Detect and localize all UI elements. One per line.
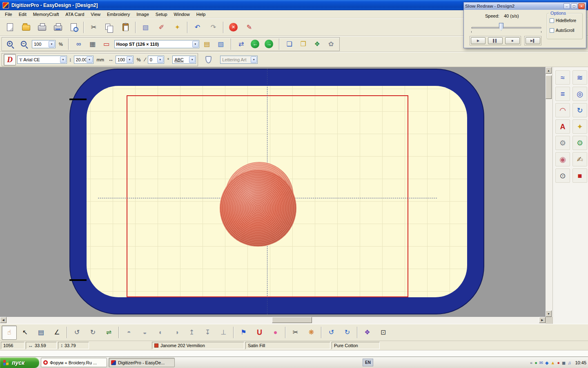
stitched-circle-object[interactable] [220, 170, 296, 247]
vertical-scrollbar[interactable]: ▲ ▼ [546, 67, 552, 317]
show-grid-button[interactable]: ▦ [86, 38, 99, 50]
width-select[interactable]: 100 ▼ [116, 56, 134, 64]
close-button[interactable]: ✕ [578, 3, 585, 9]
motif-stitch-button[interactable]: ◎ [572, 87, 587, 101]
dropdown-arrow-icon[interactable]: ▼ [60, 56, 66, 63]
new-design-button[interactable] [2, 20, 18, 34]
horizontal-scrollbar[interactable]: ◀ ▶ [0, 317, 546, 324]
menu-ata-card[interactable]: ATA Card [62, 11, 87, 18]
scroll-left-button[interactable]: ◀ [0, 317, 7, 323]
go-forward-button[interactable]: → [263, 38, 276, 50]
menu-file[interactable]: File [2, 11, 16, 18]
export-image-button[interactable]: ▧ [138, 20, 153, 34]
menu-view[interactable]: View [87, 11, 104, 18]
menu-embroidery[interactable]: Embroidery [104, 11, 133, 18]
open-design-button[interactable] [18, 20, 33, 34]
hoop-select[interactable]: Hoop ST (126 × 110) ▼ [114, 40, 199, 48]
pause-button[interactable]: ▌▌ [488, 37, 503, 44]
rotate-cw-button[interactable]: ↻ [85, 325, 100, 340]
eraser-button[interactable]: ✐ [154, 20, 169, 34]
menu-window[interactable]: Window [171, 11, 193, 18]
mirror-button[interactable]: ⇌ [101, 325, 116, 340]
rotate-right-45-button[interactable]: ↻ [340, 325, 355, 340]
machine-settings-button[interactable]: ✿ [325, 38, 338, 50]
bring-to-front-button[interactable]: ❐ [297, 38, 310, 50]
paste-button[interactable] [118, 20, 133, 34]
slow-redraw-titlebar[interactable]: Slow Redraw - Design2 – ▢ ✕ [464, 2, 586, 10]
film-strip-button[interactable]: ■ [572, 168, 587, 183]
design-info-button[interactable]: ▤ [33, 325, 49, 340]
rotate-left-45-button[interactable]: ↺ [324, 325, 339, 340]
horizontal-scroll-track[interactable] [7, 317, 539, 324]
slider-track[interactable] [471, 27, 541, 29]
design-properties-button[interactable]: ▤ [200, 38, 214, 50]
auto-scroll-checkbox[interactable] [550, 28, 554, 33]
zoom-out-button[interactable]: − [18, 38, 31, 50]
color-grid-button[interactable]: ❖ [360, 325, 375, 340]
menu-help[interactable]: Help [193, 11, 209, 18]
thread-color-button[interactable]: ● [268, 325, 283, 340]
monogram-shield-button[interactable] [202, 54, 214, 65]
menu-memorycraft[interactable]: MemoryCraft [30, 11, 62, 18]
magnet-button[interactable]: U [252, 325, 267, 340]
dropdown-arrow-icon[interactable]: ▼ [192, 41, 198, 47]
slow-redraw-button[interactable]: ✎ [242, 20, 257, 34]
select-tool-button[interactable]: ↖ [18, 325, 33, 340]
auto-digitize-button[interactable]: ⚙ [555, 136, 570, 150]
vertical-scroll-track[interactable] [546, 74, 552, 310]
minimize-button[interactable]: – [564, 3, 570, 9]
maximize-button[interactable]: ▢ [571, 3, 577, 9]
resequence-button[interactable]: ❖ [311, 38, 324, 50]
lettering-fx-button[interactable]: ✦ [572, 119, 587, 134]
speed-slider[interactable] [470, 22, 543, 33]
fabric-settings-button[interactable]: ⚙ [572, 136, 587, 150]
snapshot-button[interactable]: ⊙ [555, 168, 570, 183]
print-preview-button[interactable] [66, 20, 81, 34]
rotate-ccw-button[interactable]: ↺ [69, 325, 85, 340]
pin-tool-2-button[interactable]: ↧ [200, 325, 215, 340]
dropdown-arrow-icon[interactable]: ▼ [127, 56, 133, 63]
stitch-sequence-button[interactable]: ◠ [555, 103, 570, 117]
copy-button[interactable] [102, 20, 117, 34]
horizontal-scroll-thumb[interactable] [272, 317, 312, 323]
step-button[interactable]: ▶▌ [526, 37, 540, 44]
scroll-up-button[interactable]: ▲ [546, 67, 552, 74]
cut-button[interactable]: ✂ [86, 20, 101, 34]
show-hoop-button[interactable]: ▭ [100, 38, 113, 50]
send-to-back-button[interactable]: ❏ [283, 38, 296, 50]
reshape-button[interactable]: ↻ [572, 103, 587, 117]
background-picture-button[interactable]: ▧ [214, 38, 227, 50]
height-select[interactable]: 20.00 ▼ [74, 56, 94, 64]
print-options-button[interactable] [50, 20, 65, 34]
scroll-right-button[interactable]: ▶ [539, 317, 546, 323]
show-stitches-button[interactable]: ∞ [72, 38, 85, 50]
pin-tool-1-button[interactable]: ↥ [184, 325, 199, 340]
baseline-select[interactable]: ABC ▼ [172, 56, 196, 64]
magic-wand-button[interactable]: ✦ [170, 20, 185, 34]
free-rotate-button[interactable]: ⊡ [376, 325, 391, 340]
dropdown-arrow-icon[interactable]: ▼ [189, 56, 195, 63]
lettering-art-select[interactable]: Lettering Art ▼ [220, 56, 258, 64]
triple-stitch-button[interactable]: ≡ [555, 87, 570, 101]
tray-volume[interactable]: ♫ [568, 360, 571, 365]
task-browser-button[interactable]: Форум « Broidery.Ru ... [41, 358, 107, 367]
manual-stitch-button[interactable]: ✍ [572, 152, 587, 166]
slant-select[interactable]: 0 ▼ [148, 56, 164, 64]
font-select[interactable]: T Arial CE ▼ [17, 56, 67, 64]
language-indicator[interactable]: EN [363, 359, 373, 366]
tray-collapse-button[interactable]: « [530, 360, 532, 365]
effect-dome-1-button[interactable]: ◓ [121, 325, 136, 340]
effect-dome-3-button[interactable]: ◐ [153, 325, 168, 340]
hide-before-checkbox[interactable] [550, 18, 554, 23]
tray-warning[interactable]: ▲ [551, 360, 555, 365]
tray-display[interactable]: ◼ [562, 360, 566, 365]
print-button[interactable] [34, 20, 49, 34]
task-digitizerpro-button[interactable]: DigitizerPro - EasyDe... [109, 358, 175, 367]
undo-button[interactable]: ↶ [190, 20, 205, 34]
vertical-scroll-thumb[interactable] [546, 75, 552, 99]
monogram-button[interactable]: A [555, 119, 570, 134]
run-stitch-button[interactable]: ≈ [555, 70, 570, 85]
menu-setup[interactable]: Setup [152, 11, 171, 18]
slider-thumb[interactable] [499, 23, 503, 31]
menu-edit[interactable]: Edit [16, 11, 30, 18]
